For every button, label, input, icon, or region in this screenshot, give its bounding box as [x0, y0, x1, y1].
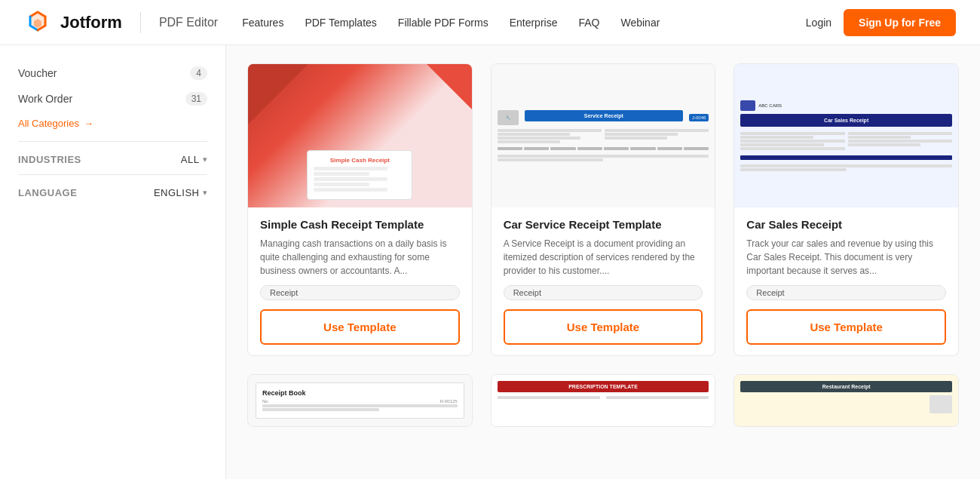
template-desc-sales: Track your car sales and revenue by usin… [746, 237, 946, 278]
language-title: LANGUAGE English ▾ [18, 187, 207, 198]
service-col-1 [498, 128, 602, 144]
jotform-logo-icon [24, 9, 51, 36]
logo-divider [140, 12, 141, 33]
book-title: Receipt Book [262, 389, 458, 397]
nav-fillable-pdf-forms[interactable]: Fillable PDF Forms [398, 17, 488, 29]
template-title-service: Car Service Receipt Template [504, 218, 703, 231]
sidebar-item-work-order-count: 31 [185, 92, 207, 106]
template-preview-cash: Simple Cash Receipt [248, 64, 472, 207]
template-tag-service[interactable]: Receipt [504, 285, 703, 300]
template-grid: Simple Cash Receipt Simple Cash Receipt … [247, 63, 959, 427]
template-tag-sales[interactable]: Receipt [746, 285, 946, 300]
pdf-editor-label: PDF Editor [159, 16, 218, 29]
sales-header: Car Sales Receipt [740, 114, 952, 127]
all-categories-link[interactable]: All Categories → [18, 112, 207, 135]
template-card-car-sales: ABC CARS Car Sales Receipt [733, 63, 959, 356]
service-header: Service Receipt [525, 110, 683, 121]
template-preview-sales: ABC CARS Car Sales Receipt [734, 64, 958, 207]
template-body-service: Car Service Receipt Template A Service R… [492, 207, 715, 355]
sidebar-item-work-order[interactable]: Work Order 31 [18, 86, 207, 112]
cash-line-2 [314, 172, 369, 176]
use-template-button-cash[interactable]: Use Template [260, 309, 460, 345]
logo-name: Jotform [60, 13, 122, 32]
restaurant-header: Restaurant Receipt [740, 381, 952, 392]
cash-tri-right [427, 64, 472, 109]
header-actions: Login Sign Up for Free [806, 9, 956, 36]
service-col-2 [605, 128, 709, 144]
template-body-cash: Simple Cash Receipt Template Managing ca… [248, 207, 472, 355]
template-desc-service: A Service Receipt is a document providin… [504, 237, 703, 278]
cash-line-4 [314, 183, 369, 186]
logo-area: Jotform PDF Editor [24, 9, 218, 36]
template-preview-service: 🔧 Service Receipt J-0046 [492, 64, 715, 207]
template-title-sales: Car Sales Receipt [746, 218, 946, 231]
nav-pdf-templates[interactable]: PDF Templates [305, 17, 376, 29]
signup-button[interactable]: Sign Up for Free [844, 9, 956, 36]
all-categories-label: All Categories [18, 118, 79, 129]
template-card-prescription: PRESCRIPTION TEMPLATE [491, 374, 716, 427]
service-table-header [498, 147, 709, 150]
template-preview-prescription: PRESCRIPTION TEMPLATE [492, 375, 715, 426]
book-content: Receipt Book No R-00125 [256, 382, 464, 419]
main-content: Simple Cash Receipt Simple Cash Receipt … [226, 45, 980, 479]
sidebar-item-voucher[interactable]: Voucher 4 [18, 60, 207, 86]
industries-value[interactable]: All ▾ [181, 154, 207, 165]
rx-header: PRESCRIPTION TEMPLATE [498, 381, 709, 392]
page-wrapper: Voucher 4 Work Order 31 All Categories →… [0, 45, 980, 479]
service-row-1 [498, 128, 709, 144]
service-badge: J-0046 [689, 114, 709, 121]
main-nav: Features PDF Templates Fillable PDF Form… [242, 17, 806, 29]
cash-receipt-inner: Simple Cash Receipt [307, 150, 412, 200]
industries-chevron-icon: ▾ [203, 155, 208, 164]
login-button[interactable]: Login [806, 17, 831, 29]
nav-features[interactable]: Features [242, 17, 283, 29]
template-tag-cash[interactable]: Receipt [260, 285, 460, 300]
sales-blue-bar [740, 155, 952, 160]
sidebar-item-voucher-count: 4 [190, 66, 207, 80]
industries-title: INDUSTRIES All ▾ [18, 154, 207, 165]
industries-section: INDUSTRIES All ▾ [18, 141, 207, 165]
language-value[interactable]: English ▾ [154, 187, 207, 198]
template-card-receipt-book: Receipt Book No R-00125 [247, 374, 473, 427]
use-template-button-service[interactable]: Use Template [504, 309, 703, 345]
template-preview-restaurant: Restaurant Receipt [734, 375, 958, 426]
template-desc-cash: Managing cash transactions on a daily ba… [260, 237, 460, 278]
sales-grid-col-1 [740, 131, 844, 151]
cash-tri-left [248, 64, 308, 124]
cash-line-1 [314, 167, 387, 170]
language-chevron-icon: ▾ [203, 188, 208, 198]
sales-footer-lines [740, 164, 952, 171]
all-categories-arrow-icon: → [84, 118, 93, 129]
use-template-button-sales[interactable]: Use Template [746, 309, 946, 345]
nav-enterprise[interactable]: Enterprise [510, 17, 558, 29]
template-body-sales: Car Sales Receipt Track your car sales a… [734, 207, 958, 355]
sales-grid-col-2 [848, 131, 952, 151]
template-card-car-service: 🔧 Service Receipt J-0046 [491, 63, 716, 356]
template-preview-book: Receipt Book No R-00125 [248, 375, 472, 426]
nav-webinar[interactable]: Webinar [620, 17, 660, 29]
sidebar-item-work-order-label: Work Order [18, 93, 72, 105]
template-card-restaurant: Restaurant Receipt [733, 374, 959, 427]
cash-line-5 [314, 188, 387, 192]
language-section: LANGUAGE English ▾ [18, 174, 207, 198]
template-title-cash: Simple Cash Receipt Template [260, 218, 460, 231]
cash-line-3 [314, 177, 387, 181]
template-card-simple-cash: Simple Cash Receipt Simple Cash Receipt … [247, 63, 473, 356]
main-header: Jotform PDF Editor Features PDF Template… [0, 0, 980, 45]
sidebar-item-voucher-label: Voucher [18, 67, 57, 79]
cash-receipt-inner-title: Simple Cash Receipt [314, 157, 406, 164]
nav-faq[interactable]: FAQ [578, 17, 599, 29]
sales-logo: ABC CARS [740, 100, 952, 111]
sidebar: Voucher 4 Work Order 31 All Categories →… [0, 45, 226, 479]
sales-logo-box [740, 100, 755, 111]
sales-grid [740, 131, 952, 151]
